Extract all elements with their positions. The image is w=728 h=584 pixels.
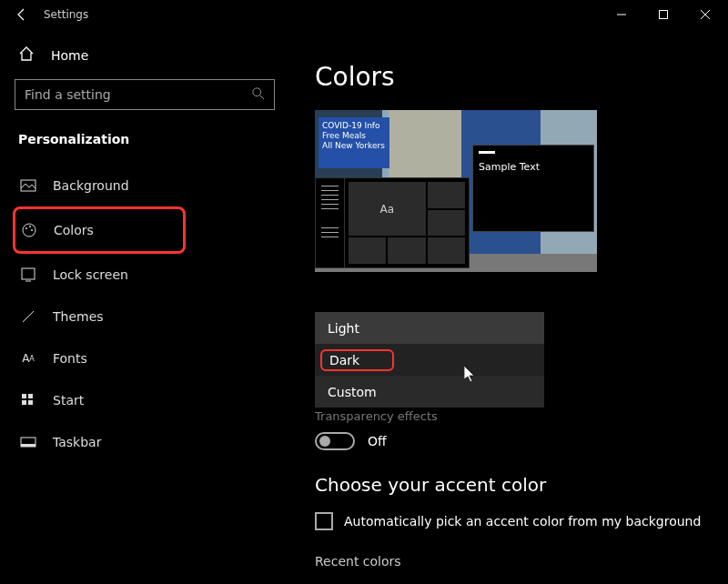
- preview-billboard: COVID-19 Info Free Meals All New Yorkers: [318, 117, 389, 168]
- nav-label: Start: [53, 393, 84, 408]
- minimize-button[interactable]: [601, 0, 642, 29]
- svg-rect-8: [22, 394, 26, 398]
- toggle-state-label: Off: [368, 434, 387, 448]
- option-label: Light: [328, 321, 359, 336]
- preview-sample-window: Sample Text: [472, 145, 594, 232]
- auto-accent-label: Automatically pick an accent color from …: [344, 514, 701, 529]
- svg-point-6: [31, 229, 33, 231]
- sidebar-item-background[interactable]: Background: [15, 165, 275, 206]
- preview-sample-text: Sample Text: [479, 161, 588, 173]
- transparency-label: Transparency effects: [315, 409, 706, 423]
- svg-point-5: [29, 226, 31, 227]
- sidebar: Home Find a setting Personalization Back…: [0, 29, 289, 584]
- preview-start-window: Aa: [315, 177, 470, 268]
- lockscreen-icon: [20, 267, 36, 283]
- nav-list: Background Colors Lock screen Themes AA …: [15, 165, 275, 463]
- brush-icon: [20, 308, 36, 325]
- nav-label: Themes: [53, 309, 104, 324]
- home-link[interactable]: Home: [15, 36, 275, 79]
- svg-point-1: [253, 87, 261, 96]
- sidebar-item-start[interactable]: Start: [15, 379, 275, 421]
- color-mode-dropdown[interactable]: Light Dark Custom: [315, 312, 544, 408]
- page-title: Colors: [315, 62, 706, 92]
- search-icon: [252, 87, 265, 103]
- preview-titlebar-stub: [479, 151, 495, 154]
- transparency-toggle-row: Off: [315, 432, 706, 450]
- nav-label: Lock screen: [53, 267, 128, 282]
- back-icon[interactable]: [15, 7, 29, 22]
- sidebar-item-fonts[interactable]: AA Fonts: [15, 337, 275, 379]
- recent-colors-label: Recent colors: [315, 554, 706, 569]
- nav-label: Taskbar: [53, 435, 101, 449]
- option-custom[interactable]: Custom: [315, 376, 544, 408]
- sidebar-item-lockscreen[interactable]: Lock screen: [15, 254, 275, 296]
- cursor-icon: [464, 366, 479, 384]
- auto-accent-row[interactable]: Automatically pick an accent color from …: [315, 512, 706, 530]
- transparency-toggle[interactable]: [315, 432, 355, 450]
- settings-window: Settings Home Find a setting Personaliza…: [0, 0, 728, 584]
- nav-label: Background: [53, 178, 129, 193]
- svg-point-3: [23, 224, 35, 237]
- sidebar-item-taskbar[interactable]: Taskbar: [15, 421, 275, 463]
- nav-label: Colors: [54, 223, 94, 237]
- theme-preview: COVID-19 Info Free Meals All New Yorkers…: [315, 110, 597, 272]
- option-dark[interactable]: Dark: [315, 344, 544, 376]
- palette-icon: [21, 222, 37, 238]
- home-label: Home: [51, 48, 88, 63]
- preview-side: [316, 178, 345, 267]
- svg-rect-7: [22, 268, 35, 279]
- home-icon: [18, 45, 35, 65]
- svg-rect-10: [22, 400, 26, 405]
- window-controls: [601, 0, 726, 29]
- svg-rect-0: [660, 11, 668, 19]
- font-icon: AA: [20, 350, 36, 367]
- picture-icon: [20, 177, 36, 194]
- auto-accent-checkbox[interactable]: [315, 512, 333, 530]
- body: Home Find a setting Personalization Back…: [0, 29, 728, 584]
- startgrid-icon: [20, 392, 36, 408]
- sidebar-item-colors[interactable]: Colors: [13, 206, 186, 254]
- svg-rect-13: [21, 444, 35, 447]
- preview-tiles: Aa: [345, 178, 469, 267]
- section-header: Personalization: [18, 132, 275, 146]
- search-placeholder: Find a setting: [25, 87, 252, 102]
- toggle-knob: [319, 436, 330, 447]
- titlebar: Settings: [0, 0, 728, 29]
- option-label: Dark: [320, 349, 394, 371]
- option-light[interactable]: Light: [315, 312, 544, 344]
- option-label: Custom: [328, 385, 377, 399]
- sidebar-item-themes[interactable]: Themes: [15, 296, 275, 337]
- main-content: Colors COVID-19 Info Free Meals All New …: [289, 29, 728, 584]
- taskbar-icon: [20, 434, 36, 450]
- preview-aa-tile: Aa: [349, 182, 426, 236]
- accent-heading: Choose your accent color: [315, 474, 706, 496]
- close-button[interactable]: [684, 0, 726, 29]
- maximize-button[interactable]: [642, 0, 684, 29]
- search-input[interactable]: Find a setting: [15, 79, 275, 110]
- svg-rect-11: [28, 400, 33, 405]
- svg-rect-9: [28, 394, 33, 398]
- svg-point-4: [25, 227, 27, 229]
- app-title: Settings: [44, 8, 601, 21]
- nav-label: Fonts: [53, 351, 87, 366]
